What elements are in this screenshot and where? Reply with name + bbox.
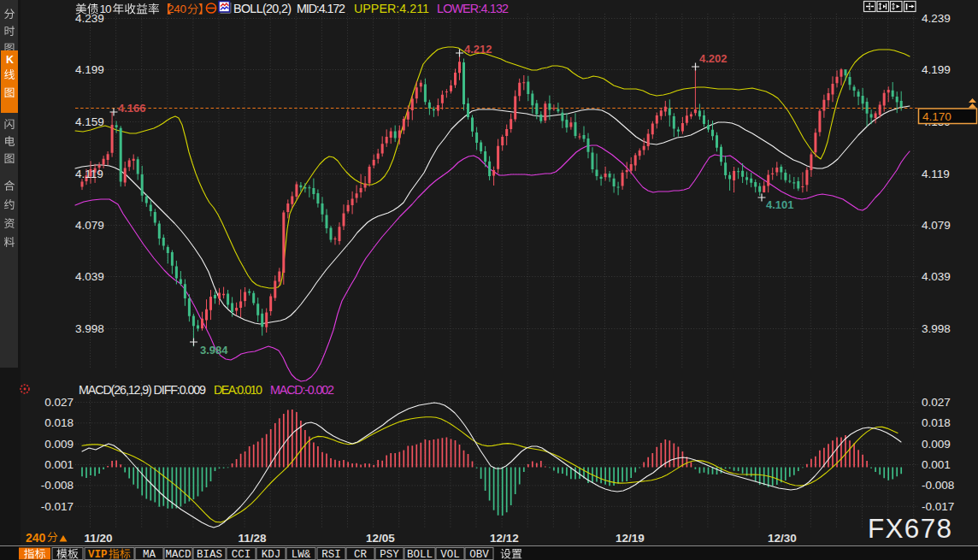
svg-text:MID:4.172: MID:4.172 (297, 2, 345, 15)
svg-text:240: 240 (168, 3, 186, 15)
svg-text:-0.008: -0.008 (922, 479, 954, 492)
svg-text:11/20: 11/20 (84, 532, 112, 545)
svg-text:4.159: 4.159 (75, 115, 104, 128)
svg-text:3.998: 3.998 (75, 322, 104, 335)
svg-text:3.998: 3.998 (922, 322, 951, 335)
svg-text:240: 240 (26, 531, 46, 545)
svg-text:12/19: 12/19 (616, 532, 645, 545)
svg-text:DEA:0.010: DEA:0.010 (214, 383, 262, 397)
svg-text:4.199: 4.199 (922, 63, 951, 76)
svg-text:KDJ: KDJ (262, 549, 281, 560)
svg-text:0.009: 0.009 (44, 438, 74, 451)
svg-text:4.101: 4.101 (766, 198, 794, 211)
svg-text:0.001: 0.001 (44, 458, 74, 471)
svg-text:4.199: 4.199 (75, 63, 104, 76)
svg-text:VIP: VIP (88, 549, 108, 560)
svg-text:0.027: 0.027 (44, 396, 74, 409)
svg-text:10: 10 (100, 3, 112, 15)
svg-text:0.027: 0.027 (922, 396, 951, 409)
svg-text:4.119: 4.119 (922, 168, 950, 180)
svg-text:BIAS: BIAS (197, 549, 222, 560)
svg-text:-0.008: -0.008 (41, 479, 74, 492)
svg-text:CCI: CCI (232, 549, 251, 560)
svg-text:UPPER:4.211: UPPER:4.211 (354, 2, 429, 15)
svg-text:LOWER:4.132: LOWER:4.132 (437, 2, 509, 15)
svg-text:MACD(26,12,9) DIFF:0.009: MACD(26,12,9) DIFF:0.009 (79, 383, 206, 397)
svg-text:-0.017: -0.017 (41, 500, 74, 513)
svg-text:-0.017: -0.017 (922, 500, 954, 513)
svg-text:4.039: 4.039 (75, 270, 104, 283)
svg-text:FX678: FX678 (868, 513, 952, 544)
svg-text:RSI: RSI (321, 549, 341, 560)
svg-text:4.166: 4.166 (118, 102, 146, 115)
svg-text:PSY: PSY (380, 549, 399, 560)
svg-text:BOLL: BOLL (407, 549, 433, 560)
svg-text:3.984: 3.984 (200, 344, 228, 357)
svg-text:4.239: 4.239 (922, 12, 951, 25)
svg-text:4.202: 4.202 (699, 52, 728, 65)
svg-text:12/12: 12/12 (490, 532, 519, 545)
svg-text:12/05: 12/05 (366, 532, 395, 545)
svg-text:BOLL(20,2): BOLL(20,2) (233, 2, 292, 15)
svg-text:4.170: 4.170 (922, 110, 951, 123)
svg-text:CR: CR (354, 549, 368, 560)
svg-text:K: K (6, 54, 14, 66)
svg-text:4.079: 4.079 (75, 219, 104, 232)
svg-text:4.039: 4.039 (922, 270, 951, 283)
svg-text:4.119: 4.119 (75, 168, 103, 180)
svg-text:LW&: LW& (292, 549, 311, 560)
svg-text:12/30: 12/30 (768, 532, 797, 545)
svg-text:MACD: MACD (165, 549, 191, 560)
svg-text:11/28: 11/28 (238, 532, 267, 545)
svg-text:0.001: 0.001 (922, 458, 951, 471)
svg-text:0.018: 0.018 (922, 416, 951, 429)
svg-text:4.079: 4.079 (922, 219, 951, 232)
svg-text:VOL: VOL (440, 549, 460, 560)
svg-text:0.009: 0.009 (922, 438, 951, 451)
svg-text:MACD:-0.002: MACD:-0.002 (270, 383, 334, 397)
svg-text:MA: MA (143, 549, 156, 560)
svg-text:OBV: OBV (469, 549, 489, 560)
svg-text:4.212: 4.212 (464, 43, 492, 56)
svg-text:0.018: 0.018 (44, 416, 74, 429)
